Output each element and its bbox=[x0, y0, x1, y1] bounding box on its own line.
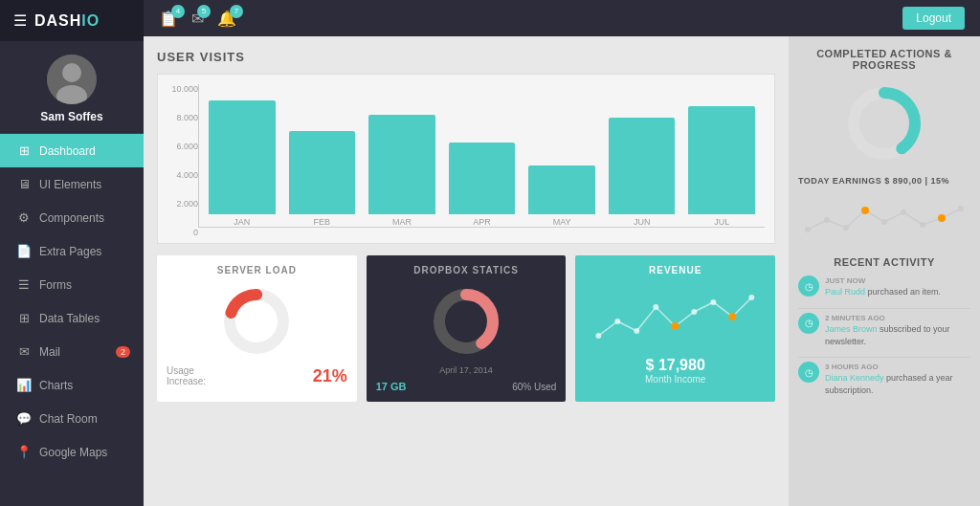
activity-text-2: 3 HOURS AGO Diana Kennedy purchased a ye… bbox=[825, 362, 970, 396]
activity-divider-0 bbox=[798, 308, 970, 309]
bar-label-jul: JUL bbox=[714, 217, 729, 227]
svg-point-24 bbox=[901, 209, 906, 215]
sidebar-item-data-tables[interactable]: ⊞ Data Tables bbox=[0, 301, 144, 335]
hamburger-icon[interactable]: ☰ bbox=[13, 11, 27, 30]
bar-label-feb: FEB bbox=[314, 217, 331, 227]
sidebar-item-forms[interactable]: ☰ Forms bbox=[0, 268, 144, 301]
bar-jan bbox=[209, 100, 276, 214]
bell-icon-badge: 7 bbox=[230, 5, 243, 18]
sidebar-header: ☰ DASHIO bbox=[0, 0, 144, 41]
bars-area: JAN FEB MAR APR MAY JUN JUL bbox=[198, 84, 765, 228]
bell-icon[interactable]: 🔔 7 bbox=[217, 10, 236, 28]
sidebar-item-google-maps[interactable]: 📍 Google Maps bbox=[0, 435, 144, 469]
y-axis-label: 10.000 bbox=[167, 84, 198, 94]
ui-elements-icon: 🖥 bbox=[16, 177, 32, 191]
svg-point-11 bbox=[635, 328, 640, 334]
svg-point-10 bbox=[615, 319, 621, 324]
svg-point-18 bbox=[861, 207, 869, 214]
file-icon-badge: 4 bbox=[171, 5, 185, 18]
recent-activity-title: RECENT ACTIVITY bbox=[798, 256, 970, 268]
y-axis: 10.0008.0006.0004.0002.0000 bbox=[167, 84, 198, 237]
server-load-value: 21% bbox=[313, 366, 347, 386]
sidebar-item-dashboard[interactable]: ⊞ Dashboard bbox=[0, 134, 144, 167]
activity-item-1: ◷ 2 MINUTES AGO James Brown subscribed t… bbox=[798, 313, 970, 347]
svg-point-21 bbox=[824, 217, 830, 223]
sidebar-item-components[interactable]: ⚙ Components bbox=[0, 201, 144, 234]
activity-text-1: 2 MINUTES AGO James Brown subscribed to … bbox=[825, 313, 970, 347]
right-panel: COMPLETED ACTIONS &PROGRESS TODAY EARNIN… bbox=[789, 36, 980, 506]
svg-point-19 bbox=[938, 214, 946, 222]
bar-col-jan: JAN bbox=[209, 100, 276, 227]
earnings-title: TODAY EARNINGS $ 890,00 | 15% bbox=[798, 176, 970, 186]
bar-apr bbox=[449, 143, 516, 214]
sidebar-item-chat-room[interactable]: 💬 Chat Room bbox=[0, 402, 144, 435]
svg-point-9 bbox=[596, 333, 602, 339]
bar-col-jun: JUN bbox=[609, 118, 676, 228]
data-tables-icon: ⊞ bbox=[16, 311, 32, 325]
brand-suffix: IO bbox=[81, 12, 100, 29]
forms-label: Forms bbox=[39, 278, 72, 292]
dropbox-title: DROPBOX STATICS bbox=[376, 265, 557, 275]
server-load-donut-wrap bbox=[167, 283, 347, 360]
bar-jun bbox=[609, 118, 676, 215]
bar-mar bbox=[368, 115, 435, 214]
y-axis-label: 4.000 bbox=[167, 170, 198, 180]
data-tables-label: Data Tables bbox=[39, 312, 100, 325]
server-load-title: SERVER LOAD bbox=[167, 265, 347, 275]
dropbox-usage: 60% Used bbox=[512, 382, 556, 392]
bar-label-apr: APR bbox=[473, 217, 491, 227]
main: 📋 4 ✉ 5 🔔 7 Logout USER VISITS 10.0008.0… bbox=[144, 0, 980, 506]
svg-point-14 bbox=[711, 299, 717, 305]
mail-icon[interactable]: ✉ 5 bbox=[191, 10, 204, 28]
activity-item-0: ◷ JUST NOW Paul Rudd purchased an item. bbox=[798, 275, 970, 298]
dropbox-donut-wrap bbox=[376, 283, 557, 360]
bar-col-apr: APR bbox=[449, 143, 516, 227]
avatar-image bbox=[47, 55, 97, 104]
revenue-card: REVENUE $ 17,980 Month Incom bbox=[575, 255, 775, 402]
sidebar-item-ui-elements[interactable]: 🖥 UI Elements bbox=[0, 167, 144, 201]
activity-icon-1: ◷ bbox=[798, 313, 819, 334]
bar-col-mar: MAR bbox=[368, 115, 435, 227]
svg-point-15 bbox=[749, 295, 755, 300]
dropbox-card: DROPBOX STATICS April 17, 2014 17 GB 60%… bbox=[367, 255, 567, 402]
dropbox-donut bbox=[428, 283, 504, 360]
logout-button[interactable]: Logout bbox=[902, 7, 965, 30]
activity-item-2: ◷ 3 HOURS AGO Diana Kennedy purchased a … bbox=[798, 362, 970, 396]
user-name: Sam Soffes bbox=[40, 110, 102, 123]
sidebar-item-charts[interactable]: 📊 Charts bbox=[0, 368, 144, 402]
y-axis-label: 8.000 bbox=[167, 113, 198, 122]
center-panel: USER VISITS 10.0008.0006.0004.0002.0000 … bbox=[144, 36, 789, 506]
bar-label-jun: JUN bbox=[634, 217, 651, 227]
svg-point-1 bbox=[62, 63, 81, 82]
sidebar-item-extra-pages[interactable]: 📄 Extra Pages bbox=[0, 234, 144, 268]
revenue-label: Month Income bbox=[585, 374, 766, 385]
bar-may bbox=[528, 165, 595, 214]
mail-badge: 2 bbox=[116, 346, 130, 358]
file-icon[interactable]: 📋 4 bbox=[159, 10, 178, 28]
mail-label: Mail bbox=[39, 345, 60, 359]
topbar-icons: 📋 4 ✉ 5 🔔 7 bbox=[159, 10, 236, 28]
bar-label-may: MAY bbox=[553, 217, 571, 227]
bar-label-jan: JAN bbox=[234, 217, 250, 227]
components-icon: ⚙ bbox=[16, 210, 32, 225]
completed-title: COMPLETED ACTIONS &PROGRESS bbox=[798, 48, 970, 71]
google-maps-icon: 📍 bbox=[16, 445, 32, 459]
components-label: Components bbox=[39, 211, 104, 225]
server-load-footer: UsageIncrease: 21% bbox=[167, 365, 347, 386]
chart-title: USER VISITS bbox=[157, 50, 775, 64]
extra-pages-icon: 📄 bbox=[16, 244, 32, 258]
svg-point-8 bbox=[729, 313, 737, 320]
sidebar-item-mail[interactable]: ✉ Mail 2 bbox=[0, 335, 144, 368]
brand-prefix: DASH bbox=[34, 12, 81, 29]
earnings-chart bbox=[798, 191, 970, 244]
activity-icon-2: ◷ bbox=[798, 362, 819, 383]
bar-chart-area: 10.0008.0006.0004.0002.0000 JAN FEB MAR … bbox=[157, 74, 775, 244]
dashboard-label: Dashboard bbox=[39, 144, 96, 158]
dashboard-icon: ⊞ bbox=[16, 143, 32, 158]
charts-label: Charts bbox=[39, 379, 73, 392]
activity-list: ◷ JUST NOW Paul Rudd purchased an item. … bbox=[798, 275, 970, 397]
avatar bbox=[47, 55, 97, 104]
bar-col-jul: JUL bbox=[688, 106, 755, 227]
revenue-chart bbox=[585, 283, 766, 350]
user-section: Sam Soffes bbox=[0, 41, 144, 134]
